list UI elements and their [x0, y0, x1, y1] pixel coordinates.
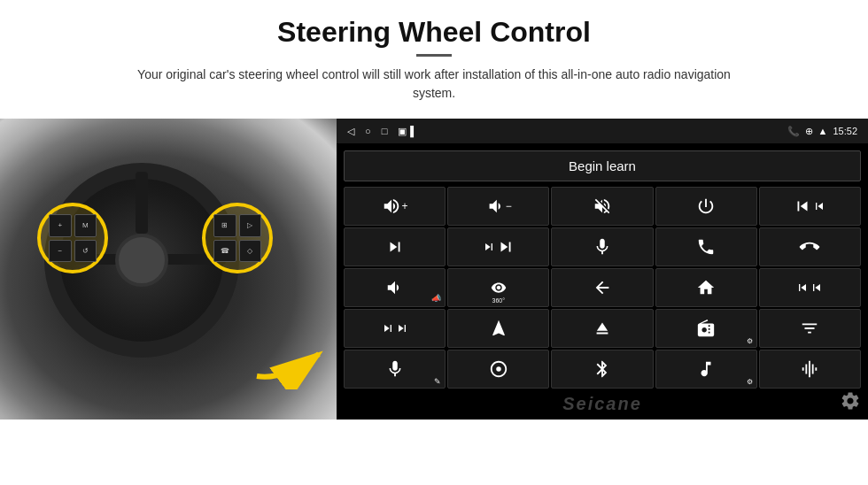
ctrl-equalizer-bars[interactable] [759, 350, 861, 389]
ctrl-eq[interactable] [759, 309, 861, 348]
sw-btn-back: ↺ [74, 240, 97, 263]
page-wrapper: Steering Wheel Control Your original car… [0, 0, 868, 485]
home-nav-icon[interactable]: ○ [365, 126, 371, 136]
ctrl-vol-down[interactable]: − [447, 187, 549, 226]
ctrl-music[interactable]: ⚙ [655, 350, 757, 389]
ctrl-mic[interactable] [551, 227, 653, 266]
ctrl-360-camera[interactable]: 360° [447, 268, 549, 307]
sw-button-group-left: + M − ↺ [49, 214, 97, 262]
ctrl-settings[interactable] [447, 350, 549, 389]
begin-learn-row: Begin learn [337, 143, 868, 185]
recents-nav-icon[interactable]: □ [382, 126, 388, 136]
status-nav-icons: ◁ ○ □ ▣▐ [347, 126, 414, 137]
ctrl-skip-fwd[interactable] [447, 227, 549, 266]
ctrl-call[interactable] [655, 227, 757, 266]
ctrl-power[interactable] [655, 187, 757, 226]
ctrl-back-nav[interactable] [551, 268, 653, 307]
sw-btn-vol-down: − [49, 240, 72, 263]
title-divider [416, 54, 452, 57]
back-nav-icon[interactable]: ◁ [347, 126, 354, 137]
steering-wheel-panel: + M − ↺ ⊞ ▷ ☎ ◇ [0, 119, 337, 420]
ctrl-next[interactable] [344, 227, 446, 266]
ctrl-mute[interactable] [551, 187, 653, 226]
ctrl-navigate[interactable] [447, 309, 549, 348]
ctrl-radio[interactable]: ⚙ [655, 309, 757, 348]
svg-point-1 [496, 366, 501, 372]
controls-container: + − [337, 185, 868, 420]
content-row: + M − ↺ ⊞ ▷ ☎ ◇ [0, 119, 868, 485]
android-panel: ◁ ○ □ ▣▐ 📞 ⊕ ▲ 15:52 Begin learn [337, 119, 868, 420]
clock: 15:52 [833, 126, 857, 136]
location-status-icon: ⊕ [805, 126, 813, 137]
header-section: Steering Wheel Control Your original car… [0, 0, 868, 112]
ctrl-vol-up[interactable]: + [344, 187, 446, 226]
status-bar: ◁ ○ □ ▣▐ 📞 ⊕ ▲ 15:52 [337, 119, 868, 143]
ctrl-fast-fwd[interactable] [344, 309, 446, 348]
wheel-hub [115, 234, 168, 287]
begin-learn-button[interactable]: Begin learn [344, 150, 861, 181]
page-title: Steering Wheel Control [53, 16, 815, 49]
ctrl-prev-track[interactable] [759, 187, 861, 226]
ctrl-eject[interactable] [551, 309, 653, 348]
media-icon: ▣▐ [398, 126, 414, 137]
sw-btn-end: ◇ [239, 240, 262, 263]
yellow-arrow [248, 336, 328, 393]
sw-btn-source: ⊞ [213, 214, 236, 237]
phone-status-icon: 📞 [787, 126, 800, 137]
subtitle-text: Your original car's steering wheel contr… [124, 65, 744, 103]
sw-button-group-right: ⊞ ▷ ☎ ◇ [213, 214, 261, 262]
status-right-icons: 📞 ⊕ ▲ 15:52 [787, 126, 857, 137]
gear-corner-icon[interactable] [840, 390, 861, 416]
ctrl-home-nav[interactable] [655, 268, 757, 307]
ctrl-hang-up[interactable] [759, 227, 861, 266]
wifi-status-icon: ▲ [818, 126, 828, 136]
ctrl-bluetooth[interactable] [551, 350, 653, 389]
sw-btn-mode: M [74, 214, 97, 237]
sw-btn-call: ☎ [213, 240, 236, 263]
ctrl-horn[interactable]: 📣 [344, 268, 446, 307]
ctrl-prev-prev[interactable] [759, 268, 861, 307]
control-grid: + − [337, 185, 868, 392]
spoke-top [136, 172, 148, 234]
ctrl-mic2[interactable]: ✎ [344, 350, 446, 389]
sw-btn-next: ▷ [239, 214, 262, 237]
seicane-watermark: Seicane [562, 394, 642, 414]
sw-btn-vol-up: + [49, 214, 72, 237]
